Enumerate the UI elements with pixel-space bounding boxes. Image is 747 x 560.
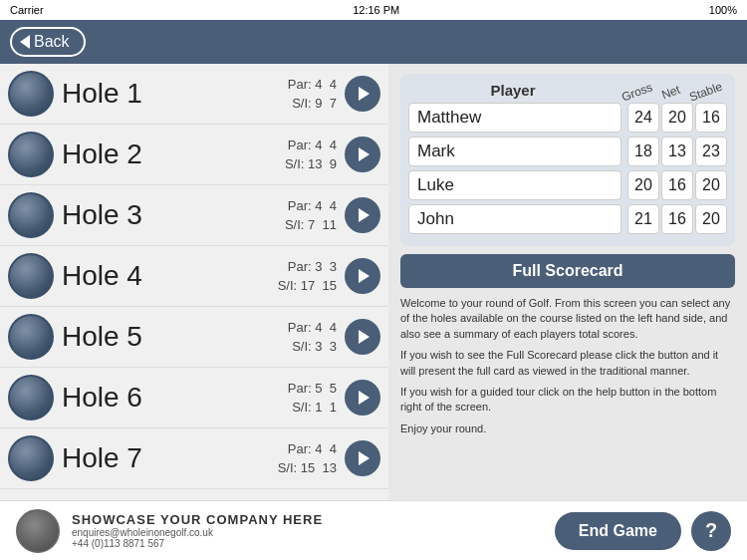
score-values: 18 13 23 — [627, 137, 727, 166]
score-row: John 21 16 20 — [408, 204, 727, 234]
score-row: Luke 20 16 20 — [408, 170, 727, 200]
info-p1: Welcome to your round of Golf. From this… — [400, 296, 735, 342]
hole-label: Hole 1 — [62, 78, 288, 110]
hole-row[interactable]: Hole 7 Par: 4 4 S/I: 15 13 — [0, 428, 388, 489]
hole-label: Hole 6 — [62, 382, 288, 414]
back-button[interactable]: Back — [10, 27, 86, 57]
main-content: Hole 1 Par: 4 4 S/I: 9 7 Hole 2 Par: 4 4… — [0, 64, 747, 500]
hole-ball — [8, 192, 54, 238]
net-score: 16 — [661, 204, 693, 234]
hole-par-si: Par: 4 4 S/I: 13 9 — [285, 136, 337, 174]
net-score: 13 — [661, 137, 693, 166]
hole-nav-button[interactable] — [345, 440, 380, 476]
footer-phone: +44 (0)113 8871 567 — [72, 538, 543, 549]
right-panel: Player GrossNetStable Matthew 24 20 16 M… — [388, 64, 747, 500]
score-values: 20 16 20 — [627, 170, 727, 200]
info-p4: Enjoy your round. — [400, 421, 735, 436]
score-header-player: Player — [412, 82, 623, 99]
hole-row[interactable]: Hole 1 Par: 4 4 S/I: 9 7 — [0, 64, 388, 125]
hole-nav-button[interactable] — [345, 197, 380, 233]
score-col-header: Gross — [620, 80, 654, 104]
hole-label: Hole 5 — [62, 321, 288, 353]
gross-score: 18 — [627, 137, 659, 166]
hole-par-si: Par: 5 5 S/I: 1 1 — [288, 379, 337, 418]
player-name: Luke — [408, 170, 622, 200]
header: Back — [0, 20, 747, 64]
hole-label: Hole 7 — [62, 442, 278, 474]
score-row: Mark 18 13 23 — [408, 137, 727, 166]
hole-row[interactable]: Hole 3 Par: 4 4 S/I: 7 11 — [0, 185, 388, 246]
player-name: Mark — [408, 137, 622, 166]
score-header: Player GrossNetStable — [408, 82, 727, 99]
score-col-header: Net — [653, 80, 688, 104]
score-col-header: Stable — [687, 80, 722, 104]
hole-par-si: Par: 4 4 S/I: 15 13 — [278, 439, 337, 478]
full-scorecard-button[interactable]: Full Scorecard — [400, 254, 735, 288]
company-logo — [16, 509, 60, 553]
hole-row[interactable]: Hole 6 Par: 5 5 S/I: 1 1 — [0, 368, 388, 428]
footer-email: enquires@wholeinonegolf.co.uk — [72, 527, 543, 538]
hole-nav-button[interactable] — [345, 319, 380, 355]
battery: 100% — [709, 4, 737, 16]
gross-score: 24 — [627, 103, 659, 133]
gross-score: 20 — [627, 170, 659, 200]
hole-ball — [8, 71, 54, 117]
end-game-button[interactable]: End Game — [555, 512, 681, 550]
info-text: Welcome to your round of Golf. From this… — [400, 296, 735, 442]
hole-nav-button[interactable] — [345, 76, 380, 112]
score-col-headers: GrossNetStable — [623, 85, 723, 99]
hole-row[interactable]: Hole 4 Par: 3 3 S/I: 17 15 — [0, 246, 388, 307]
score-values: 21 16 20 — [627, 204, 727, 234]
stable-score: 20 — [695, 204, 727, 234]
hole-ball — [8, 314, 54, 360]
info-p2: If you wish to see the Full Scorecard pl… — [400, 348, 735, 379]
hole-par-si: Par: 3 3 S/I: 17 15 — [278, 257, 337, 296]
player-name: John — [408, 204, 622, 234]
company-name: SHOWCASE YOUR COMPANY HERE — [72, 512, 543, 527]
scorecard-table: Player GrossNetStable Matthew 24 20 16 M… — [400, 74, 735, 246]
info-p3: If you wish for a guided tour click on t… — [400, 385, 735, 416]
hole-row[interactable]: Hole 5 Par: 4 4 S/I: 3 3 — [0, 307, 388, 368]
status-bar: Carrier 12:16 PM 100% — [0, 0, 747, 20]
hole-ball — [8, 375, 54, 420]
stable-score: 23 — [695, 137, 727, 166]
net-score: 20 — [661, 103, 693, 133]
hole-label: Hole 3 — [62, 199, 285, 231]
hole-label: Hole 2 — [62, 139, 285, 170]
hole-label: Hole 4 — [62, 260, 278, 292]
help-button[interactable]: ? — [691, 511, 731, 551]
hole-par-si: Par: 4 4 S/I: 3 3 — [288, 318, 337, 357]
net-score: 16 — [661, 170, 693, 200]
score-row: Matthew 24 20 16 — [408, 103, 727, 133]
stable-score: 16 — [695, 103, 727, 133]
hole-par-si: Par: 4 4 S/I: 9 7 — [288, 75, 337, 114]
hole-nav-button[interactable] — [345, 137, 380, 172]
hole-ball — [8, 253, 54, 299]
footer: SHOWCASE YOUR COMPANY HERE enquires@whol… — [0, 500, 747, 560]
holes-panel: Hole 1 Par: 4 4 S/I: 9 7 Hole 2 Par: 4 4… — [0, 64, 388, 500]
score-values: 24 20 16 — [627, 103, 727, 133]
carrier: Carrier — [10, 4, 44, 16]
hole-par-si: Par: 4 4 S/I: 7 11 — [285, 196, 337, 235]
hole-nav-button[interactable] — [345, 380, 380, 416]
footer-text: SHOWCASE YOUR COMPANY HERE enquires@whol… — [72, 512, 543, 549]
player-name: Matthew — [408, 103, 622, 133]
gross-score: 21 — [627, 204, 659, 234]
time: 12:16 PM — [353, 4, 399, 16]
hole-row[interactable]: Hole 2 Par: 4 4 S/I: 13 9 — [0, 125, 388, 185]
stable-score: 20 — [695, 170, 727, 200]
back-arrow-icon — [20, 35, 30, 49]
hole-ball — [8, 132, 54, 177]
footer-actions: End Game ? — [555, 511, 731, 551]
back-label: Back — [34, 33, 70, 51]
hole-ball — [8, 435, 54, 481]
hole-nav-button[interactable] — [345, 258, 380, 294]
